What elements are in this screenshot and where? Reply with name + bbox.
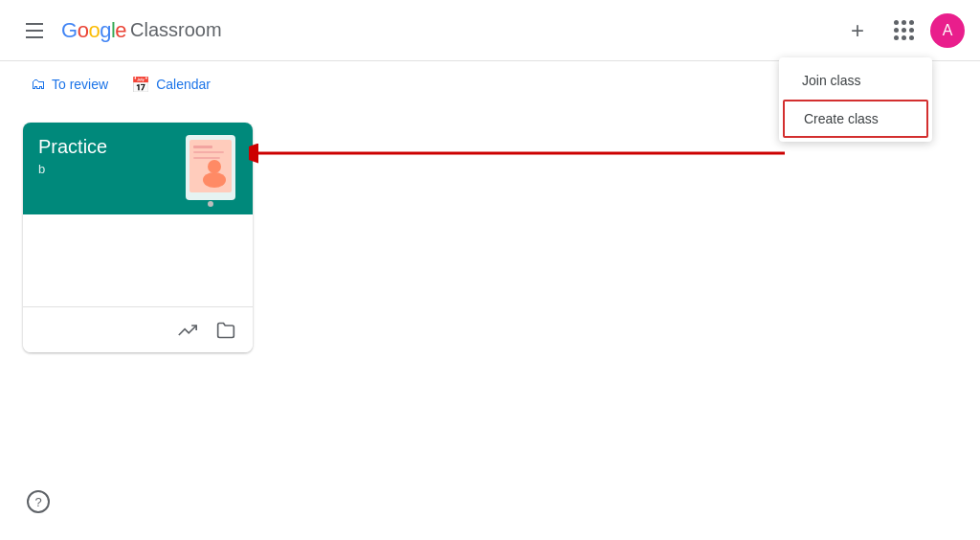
svg-point-5: [208, 160, 221, 173]
svg-point-7: [208, 201, 213, 207]
card-illustration: [176, 130, 245, 207]
card-header: Practice b: [23, 123, 253, 214]
avatar[interactable]: A: [930, 13, 965, 48]
google-logo: Google: [61, 18, 126, 43]
grid-icon: [894, 20, 914, 40]
folder-icon[interactable]: [214, 319, 237, 342]
classroom-label: Classroom: [130, 19, 222, 41]
calendar-link[interactable]: 📅 Calendar: [123, 70, 218, 100]
main-content: Practice b: [0, 107, 980, 368]
google-apps-button[interactable]: [884, 11, 923, 50]
create-class-menu-item[interactable]: Create class: [783, 100, 928, 138]
header-right: + A: [838, 11, 965, 50]
card-body: [23, 214, 253, 306]
class-card[interactable]: Practice b: [23, 123, 253, 352]
dropdown-menu: Join class Create class: [779, 57, 932, 142]
help-button[interactable]: ?: [23, 486, 54, 517]
to-review-link[interactable]: 🗂 To review: [23, 70, 116, 99]
menu-button[interactable]: [15, 11, 54, 50]
hamburger-icon: [26, 23, 43, 38]
to-review-label: To review: [52, 77, 108, 92]
calendar-label: Calendar: [156, 77, 211, 92]
to-review-icon: 🗂: [31, 76, 46, 93]
card-footer: [23, 306, 253, 352]
calendar-icon: 📅: [131, 76, 150, 94]
join-class-menu-item[interactable]: Join class: [779, 61, 932, 100]
help-icon: ?: [27, 490, 50, 513]
stats-icon[interactable]: [176, 319, 199, 342]
app-header: Google Classroom + A: [0, 0, 980, 61]
add-button[interactable]: +: [838, 11, 877, 50]
svg-rect-2: [193, 146, 212, 148]
svg-rect-4: [193, 157, 220, 159]
svg-rect-3: [193, 151, 224, 153]
svg-point-6: [203, 172, 226, 188]
logo-area: Google Classroom: [61, 18, 838, 43]
